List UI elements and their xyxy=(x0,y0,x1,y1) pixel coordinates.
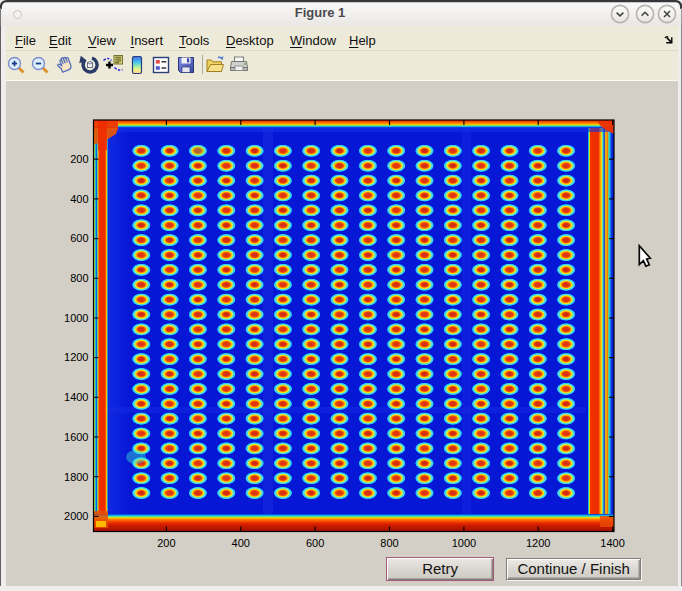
svg-text:800: 800 xyxy=(70,272,88,284)
svg-text:1400: 1400 xyxy=(64,391,88,403)
svg-text:1600: 1600 xyxy=(64,431,88,443)
svg-text:1200: 1200 xyxy=(64,351,88,363)
svg-text:200: 200 xyxy=(157,537,175,549)
svg-text:1000: 1000 xyxy=(452,537,476,549)
svg-text:1400: 1400 xyxy=(600,537,624,549)
svg-text:1800: 1800 xyxy=(64,471,88,483)
svg-text:1200: 1200 xyxy=(526,537,550,549)
svg-text:800: 800 xyxy=(380,537,398,549)
svg-text:1000: 1000 xyxy=(64,312,88,324)
svg-text:600: 600 xyxy=(306,537,324,549)
svg-text:600: 600 xyxy=(70,232,88,244)
svg-text:400: 400 xyxy=(70,193,88,205)
svg-text:200: 200 xyxy=(70,153,88,165)
svg-text:2000: 2000 xyxy=(64,510,88,522)
svg-text:400: 400 xyxy=(232,537,250,549)
